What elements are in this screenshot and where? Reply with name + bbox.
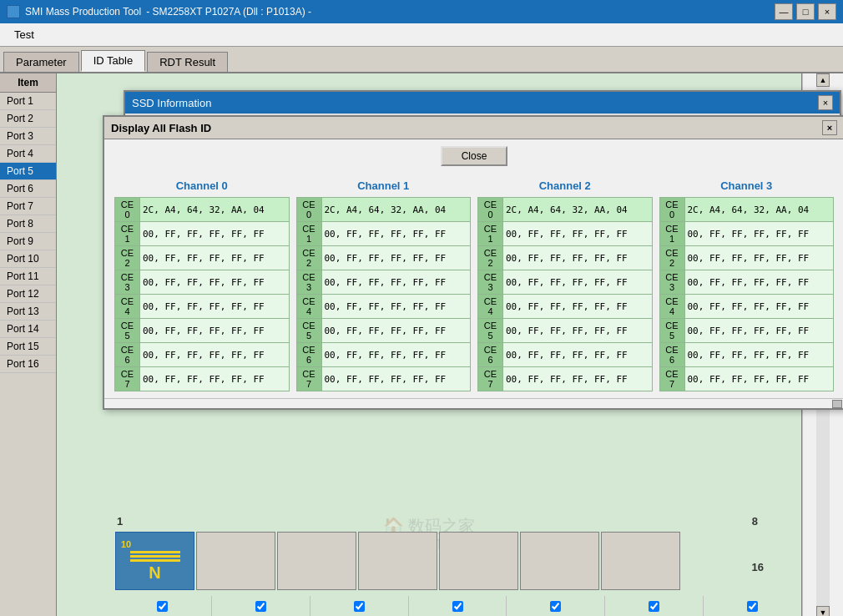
app-icon: [7, 5, 20, 18]
port-item-16[interactable]: Port 16: [0, 356, 56, 373]
ch2-ce5-data: 00, FF, FF, FF, FF, FF: [503, 319, 653, 343]
close-button[interactable]: ×: [818, 3, 836, 20]
titlebar-left: SMI Mass Production Tool - SM2258XT P102…: [7, 5, 311, 18]
port-item-8[interactable]: Port 8: [0, 215, 56, 233]
channel-2-col: Channel 2 CE 02C, A4, 64, 32, AA, 04 CE …: [477, 179, 653, 391]
ch3-ce2-label: CE 2: [659, 246, 684, 270]
channel-3-col: Channel 3 CE 02C, A4, 64, 32, AA, 04 CE …: [659, 179, 835, 391]
ssd-dialog-title: SSD Information: [132, 97, 211, 109]
ch2-ce4-data: 00, FF, FF, FF, FF, FF: [503, 295, 653, 319]
tab-id-table[interactable]: ID Table: [81, 50, 145, 72]
tab-parameter[interactable]: Parameter: [3, 52, 79, 72]
ch2-ce4-label: CE 4: [478, 295, 503, 319]
drive-icon-10: 10 N: [115, 532, 194, 590]
port-list: Item Port 1 Port 2 Port 3 Port 4 Port 5 …: [0, 73, 57, 616]
ch1-ce4-data: 00, FF, FF, FF, FF, FF: [321, 295, 471, 319]
titlebar-controls: — □ ×: [775, 3, 836, 20]
flash-dialog-title: Display All Flash ID: [111, 122, 211, 134]
scroll-up[interactable]: ▲: [816, 73, 830, 87]
main-content: Item Port 1 Port 2 Port 3 Port 4 Port 5 …: [0, 73, 843, 616]
port-item-1[interactable]: Port 1: [0, 93, 56, 110]
port-item-11[interactable]: Port 11: [0, 268, 56, 285]
ch0-ce1-label: CE 1: [115, 222, 140, 246]
ch3-ce0-data: 2C, A4, 64, 32, AA, 04: [684, 198, 834, 222]
flash-channels: Channel 0 CE 0 2C, A4, 64, 32, AA, 04 CE…: [104, 173, 843, 398]
port-item-12[interactable]: Port 12: [0, 285, 56, 303]
ch0-ce3-data: 00, FF, FF, FF, FF, FF: [140, 270, 290, 295]
drive-empty-5: [520, 532, 599, 590]
flash-dialog: Display All Flash ID × Close Channel 0 C…: [103, 115, 843, 410]
scrollbar-area: [104, 398, 843, 408]
checkbox-1[interactable]: [157, 601, 168, 612]
menu-test[interactable]: Test: [3, 24, 45, 45]
close-button[interactable]: Close: [441, 146, 507, 166]
checkbox-3[interactable]: [354, 601, 365, 612]
port-item-15[interactable]: Port 15: [0, 338, 56, 356]
scrollbar-thumb[interactable]: [832, 400, 842, 408]
channel-0-table: CE 0 2C, A4, 64, 32, AA, 04 CE 100, FF, …: [114, 197, 290, 391]
drive-row-bottom: 10 N: [57, 528, 801, 594]
ch3-ce5-data: 00, FF, FF, FF, FF, FF: [684, 319, 834, 343]
ch3-ce7-label: CE 7: [659, 367, 684, 391]
ch0-ce7-label: CE 7: [115, 367, 140, 391]
tab-rdt-result[interactable]: RDT Result: [147, 52, 228, 72]
close-btn-area: Close: [104, 139, 843, 173]
ch1-ce7-data: 00, FF, FF, FF, FF, FF: [321, 367, 471, 391]
menubar: Test: [0, 23, 843, 47]
ch1-ce0-data: 2C, A4, 64, 32, AA, 04: [321, 198, 471, 222]
port-item-4[interactable]: Port 4: [0, 145, 56, 163]
checkbox-2[interactable]: [255, 601, 266, 612]
drive-empty-6: [601, 532, 680, 590]
ch0-ce1-data: 00, FF, FF, FF, FF, FF: [140, 222, 290, 246]
tabbar: Parameter ID Table RDT Result: [0, 47, 843, 73]
ch3-ce7-data: 00, FF, FF, FF, FF, FF: [684, 367, 834, 391]
channel-2-header: Channel 2: [477, 179, 653, 192]
port-item-7[interactable]: Port 7: [0, 198, 56, 215]
flash-dialog-header: Display All Flash ID ×: [104, 117, 843, 139]
checkbox-7[interactable]: [747, 601, 758, 612]
flash-dialog-close[interactable]: ×: [822, 120, 837, 135]
channel-1-col: Channel 1 CE 02C, A4, 64, 32, AA, 04 CE …: [296, 179, 472, 391]
ch1-ce3-label: CE 3: [296, 270, 321, 295]
ch1-ce1-data: 00, FF, FF, FF, FF, FF: [321, 222, 471, 246]
ch0-ce0-data: 2C, A4, 64, 32, AA, 04: [140, 198, 290, 222]
ch1-ce5-label: CE 5: [296, 319, 321, 343]
maximize-button[interactable]: □: [796, 3, 815, 20]
port-item-14[interactable]: Port 14: [0, 321, 56, 338]
ch3-ce4-label: CE 4: [659, 295, 684, 319]
port-item-3[interactable]: Port 3: [0, 128, 56, 145]
corner-num-8: 8: [752, 515, 758, 528]
scroll-down[interactable]: ▼: [816, 606, 830, 616]
port-list-header: Item: [0, 73, 56, 93]
ch2-ce5-label: CE 5: [478, 319, 503, 343]
ch2-ce1-data: 00, FF, FF, FF, FF, FF: [503, 222, 653, 246]
ch2-ce6-data: 00, FF, FF, FF, FF, FF: [503, 343, 653, 367]
port-item-2[interactable]: Port 2: [0, 110, 56, 128]
checkbox-row-bottom: [57, 596, 801, 616]
checkbox-4[interactable]: [452, 601, 463, 612]
ch0-ce0-label: CE 0: [115, 198, 140, 222]
ch3-ce0-label: CE 0: [659, 198, 684, 222]
port-item-10[interactable]: Port 10: [0, 250, 56, 268]
ch2-ce3-label: CE 3: [478, 270, 503, 295]
channel-0-header: Channel 0: [114, 179, 290, 192]
ssd-dialog-close[interactable]: ×: [818, 95, 833, 110]
ch0-ce2-label: CE 2: [115, 246, 140, 270]
checkbox-6[interactable]: [649, 601, 659, 612]
minimize-button[interactable]: —: [775, 3, 793, 20]
titlebar: SMI Mass Production Tool - SM2258XT P102…: [0, 0, 843, 23]
ch2-ce6-label: CE 6: [478, 343, 503, 367]
channel-2-table: CE 02C, A4, 64, 32, AA, 04 CE 100, FF, F…: [477, 197, 653, 391]
ch1-ce4-label: CE 4: [296, 295, 321, 319]
ch0-ce6-data: 00, FF, FF, FF, FF, FF: [140, 343, 290, 367]
port-item-5[interactable]: Port 5: [0, 163, 56, 180]
checkbox-5[interactable]: [550, 601, 561, 612]
ch3-ce3-label: CE 3: [659, 270, 684, 295]
drive-empty-1: [196, 532, 275, 590]
ch0-ce3-label: CE 3: [115, 270, 140, 295]
corner-num-1: 1: [117, 515, 123, 528]
port-item-6[interactable]: Port 6: [0, 180, 56, 198]
port-item-13[interactable]: Port 13: [0, 303, 56, 321]
port-item-9[interactable]: Port 9: [0, 233, 56, 250]
ssd-dialog-titlebar: SSD Information ×: [125, 92, 840, 114]
